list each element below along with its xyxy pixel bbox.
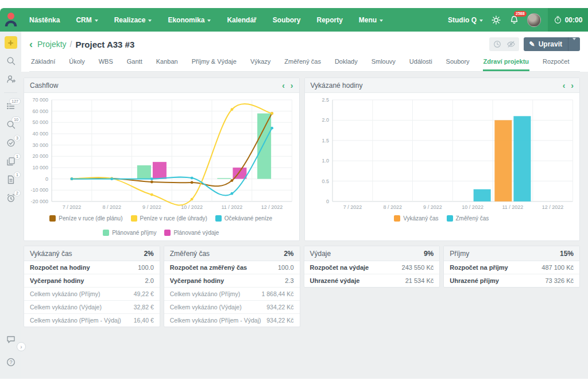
content-area: Cashflow ‹ › -20 000-10 000010 00020 000… — [21, 72, 588, 379]
clock-icon[interactable] — [493, 40, 502, 49]
card-row-value: 2.3 — [285, 277, 293, 284]
back-chevron-icon[interactable]: ‹ — [29, 39, 33, 49]
edit-button[interactable]: ✎ Upravit — [524, 37, 580, 51]
gear-icon — [491, 15, 501, 25]
card-row: Vyčerpané hodiny2.3 — [164, 274, 300, 288]
sidebar-reminders-button[interactable]: 2 — [0, 189, 21, 207]
workspace-switcher[interactable]: Studio Q — [448, 16, 483, 24]
card-row: Rozpočet na příjmy487 100 Kč — [444, 261, 579, 274]
svg-text:50 000: 50 000 — [32, 119, 48, 125]
svg-text:7 / 2022: 7 / 2022 — [63, 204, 82, 210]
legend-item: Změřený čas — [447, 215, 489, 222]
chevron-down-icon — [380, 20, 383, 22]
summary-card-prijmy: Příjmy15%Rozpočet na příjmy487 100 KčUhr… — [443, 246, 580, 288]
reported-hours-next-button[interactable]: › — [571, 81, 574, 90]
nav-item-reporty[interactable]: Reporty — [308, 8, 350, 32]
copies-badge: 1 — [14, 153, 21, 160]
time-tracker-button[interactable]: 00:00 — [548, 8, 588, 32]
card-header: Výdaje9% — [304, 246, 440, 261]
sidebar-tasks-button[interactable]: 127 — [0, 98, 21, 115]
tab-wbs[interactable]: WBS — [98, 57, 114, 71]
eye-off-icon[interactable] — [506, 40, 516, 49]
logo-icon — [3, 11, 18, 29]
cashflow-panel-title: Cashflow — [30, 81, 58, 90]
nav-item-label: CRM — [76, 16, 91, 24]
timer-value: 00:00 — [565, 16, 583, 24]
card-row-label: Celkem vykázáno (Příjmy) — [30, 290, 100, 297]
card-row: Uhrazené příjmy73 326 Kč — [444, 274, 579, 287]
breadcrumb: ‹ Projekty / Project A33 #3 — [29, 37, 580, 51]
nav-item-kalendar[interactable]: Kalendář — [219, 8, 264, 32]
card-row-value: 32,82 € — [134, 304, 154, 311]
cashflow-panel: Cashflow ‹ › -20 000-10 000010 00020 000… — [24, 77, 300, 241]
nav-item-crm[interactable]: CRM — [68, 8, 106, 32]
tab-zmereny-cas[interactable]: Změřený čas — [284, 57, 322, 71]
saved-search-badge: 10 — [11, 117, 21, 123]
tab-smlouvy[interactable]: Smlouvy — [371, 57, 396, 71]
svg-text:2.0: 2.0 — [322, 117, 329, 123]
tab-zdravi-projektu[interactable]: Zdraví projektu — [483, 57, 529, 71]
card-row: Celkem vykázáno (Příjem - Výdaj)934,22 K… — [164, 314, 300, 327]
card-row-value: 934,22 Kč — [266, 317, 293, 324]
tab-gantt[interactable]: Gantt — [126, 57, 143, 71]
nav-item-nastenka[interactable]: Nástěnka — [21, 8, 68, 32]
nav-item-menu[interactable]: Menu — [351, 8, 391, 32]
nav-item-realizace[interactable]: Realizace — [106, 8, 160, 32]
app-logo[interactable] — [0, 8, 21, 32]
svg-text:0: 0 — [45, 176, 48, 182]
tab-kanban[interactable]: Kanban — [156, 57, 179, 71]
cashflow-next-button[interactable]: › — [291, 81, 293, 90]
charts-row: Cashflow ‹ › -20 000-10 000010 00020 000… — [24, 77, 580, 241]
svg-text:9 / 2022: 9 / 2022 — [142, 204, 161, 210]
card-row: Vyčerpané hodiny2.0 — [24, 274, 160, 288]
legend-label: Peníze v ruce (dle plánu) — [59, 215, 122, 222]
navbar-right: Studio Q 2588 — [448, 8, 548, 32]
legend-label: Plánované výdaje — [173, 230, 219, 236]
nav-item-label: Realizace — [114, 16, 146, 24]
notification-count-badge: 2588 — [514, 11, 527, 17]
legend-item: Peníze v ruce (dle úhrady) — [131, 215, 207, 222]
search-button[interactable] — [0, 52, 21, 69]
sidebar-documents-button[interactable]: 1 — [0, 171, 21, 188]
edit-button-label: Upravit — [539, 40, 562, 48]
sidebar-approvals-button[interactable]: 3 — [0, 134, 21, 152]
edit-dropdown-button[interactable] — [568, 37, 580, 51]
add-new-button[interactable]: + — [5, 36, 17, 49]
svg-text:7 / 2022: 7 / 2022 — [343, 204, 362, 210]
nav-item-ekonomika[interactable]: Ekonomika — [160, 8, 219, 32]
card-row-value: 2.0 — [145, 277, 153, 284]
tab-rozpocet[interactable]: Rozpočet — [542, 57, 570, 71]
reported-hours-prev-button[interactable]: ‹ — [563, 81, 566, 90]
tab-doklady[interactable]: Doklady — [334, 57, 358, 71]
cashflow-prev-button[interactable]: ‹ — [282, 81, 285, 90]
card-header: Změřený čas2% — [164, 246, 300, 261]
tab-vykazy[interactable]: Výkazy — [250, 57, 271, 71]
stopwatch-icon — [554, 15, 562, 24]
card-row-value: 487 100 Kč — [541, 264, 574, 271]
legend-swatch — [394, 215, 400, 222]
sidebar-copies-button[interactable]: 1 — [0, 153, 21, 170]
card-row-label: Celkem vykázáno (Výdaje) — [170, 304, 242, 311]
nav-item-soubory[interactable]: Soubory — [265, 8, 309, 32]
add-person-icon — [6, 74, 16, 84]
user-avatar[interactable] — [527, 13, 541, 27]
reported-hours-chart: 00.51.01.52.02.57 / 20228 / 20229 / 2022… — [306, 95, 578, 213]
add-contact-button[interactable] — [0, 71, 21, 88]
sidebar-saved-search-button[interactable]: 10 — [0, 116, 21, 133]
sidebar-collapse-toggle[interactable]: › — [17, 342, 26, 351]
card-title: Výdaje — [310, 250, 331, 258]
summary-cards-row: Vykázaný čas2%Rozpočet na hodiny100.0Vyč… — [24, 246, 580, 327]
tab-zakladni[interactable]: Základní — [30, 57, 56, 71]
notifications-button[interactable]: 2588 — [509, 15, 519, 25]
tab-ukoly[interactable]: Úkoly — [68, 57, 86, 71]
svg-text:10 / 2022: 10 / 2022 — [462, 204, 483, 210]
tab-soubory[interactable]: Soubory — [446, 57, 470, 71]
workspace-name: Studio Q — [448, 16, 477, 24]
tab-prijmy-vydaje[interactable]: Příjmy & Výdaje — [191, 57, 237, 71]
help-button[interactable]: ? — [0, 354, 21, 371]
reminders-badge: 2 — [14, 190, 21, 196]
settings-button[interactable] — [491, 15, 501, 25]
svg-text:0: 0 — [326, 199, 329, 204]
tab-udalosti[interactable]: Události — [409, 57, 433, 71]
breadcrumb-projects-link[interactable]: Projekty — [37, 40, 67, 49]
